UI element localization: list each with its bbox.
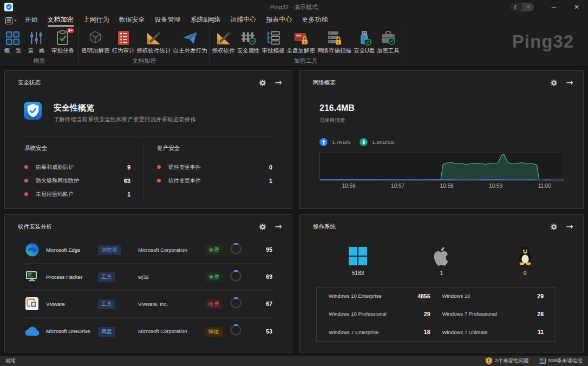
ribbon-secure-usb[interactable]: 安全U盘: [352, 29, 376, 56]
security-item[interactable]: 未启用密码帐户 1: [24, 187, 130, 201]
windows-logo-icon: [348, 246, 368, 266]
software-analysis-card: 软件安装分析 → Microsoft Edge 浏览器 Microsoft Co…: [4, 214, 292, 353]
open-arrow-icon[interactable]: →: [566, 79, 573, 87]
settings-gear-icon[interactable]: [550, 223, 558, 231]
tab-device-mgmt[interactable]: 设备管理: [150, 14, 186, 28]
open-arrow-icon[interactable]: →: [275, 223, 282, 231]
os-table-cell: Windows 10 Professional 29: [329, 305, 430, 323]
software-row[interactable]: Microsoft OneDrive 网盘 Microsoft Corporat…: [24, 318, 272, 345]
brand-watermark: Ping32: [512, 31, 574, 52]
os-windows: 5183: [316, 246, 400, 276]
light-mode-icon[interactable]: ☀: [522, 4, 534, 10]
traffic-chart: [319, 153, 564, 181]
authorized-software-icon: [215, 30, 232, 46]
security-item[interactable]: 病毒和威胁防护 9: [24, 160, 130, 174]
software-row[interactable]: VMware 工具 VMware, Inc. 收费 67: [24, 291, 272, 318]
network-storage-scan-icon: [326, 30, 343, 46]
open-arrow-icon[interactable]: →: [275, 79, 282, 87]
chart-x-axis: 10:56 10:57 10:58 10:59 11:00: [319, 183, 564, 189]
divider: [143, 143, 144, 201]
ribbon-network-storage-scan[interactable]: 网络存储扫描: [316, 29, 352, 56]
os-linux: 0: [484, 246, 567, 276]
policy-icon: [28, 30, 44, 46]
apple-logo-icon: [433, 246, 449, 266]
software-row[interactable]: Process Hacker 工具 wj32 免费 69: [24, 264, 272, 291]
divider: [24, 136, 272, 136]
category-badge: 工具: [98, 299, 115, 309]
settings-gear-icon[interactable]: [259, 79, 266, 87]
settings-gear-icon[interactable]: [259, 223, 266, 231]
message-icon: [539, 358, 546, 364]
upload-icon: [319, 138, 328, 146]
ribbon-self-outgoing[interactable]: 自主外发行为: [172, 29, 208, 56]
transparent-crypto-icon: [87, 30, 103, 46]
security-overview-title: 安全性概览: [54, 103, 196, 113]
ribbon-authorized-software[interactable]: 授权软件: [211, 29, 236, 56]
tab-ops-center[interactable]: 运维中心: [226, 14, 262, 28]
traffic-chart-svg: [320, 153, 564, 180]
security-overview-desc: 了解终端当前系统安全性和资产变更情况并采取必要操作: [54, 116, 196, 123]
card-title: 安全状态: [18, 79, 41, 87]
tab-start[interactable]: 开始: [20, 14, 43, 28]
score-ring-icon: [230, 324, 241, 336]
os-table-cell: Windows 7 Ultimate 11: [442, 323, 544, 341]
score-ring-icon: [230, 270, 241, 282]
vmware-icon: [24, 296, 40, 311]
bullet-dot-icon: [24, 192, 28, 196]
security-item[interactable]: 硬件变更事件 0: [157, 160, 272, 174]
score-ring-icon: [230, 297, 241, 309]
tab-doc-encryption[interactable]: 文档加密: [43, 14, 79, 28]
fulldisk-crypto-icon: [293, 30, 309, 46]
apple-count: 1: [440, 270, 443, 276]
card-title: 软件安装分析: [18, 223, 52, 231]
bullet-dot-icon: [157, 165, 161, 169]
ribbon-behavior-audit[interactable]: 行为审计: [111, 29, 136, 56]
category-badge: 工具: [98, 272, 115, 282]
ribbon-crypto-tools[interactable]: 加密工具: [376, 29, 401, 56]
tab-web-behavior[interactable]: 上网行为: [79, 14, 114, 28]
audit-task-icon: 9+: [55, 30, 71, 46]
price-badge: 增值: [205, 327, 223, 337]
compatibility-issues[interactable]: 2个兼容性问题: [486, 357, 528, 364]
ribbon-authorized-sw-stats[interactable]: 授权软件统计: [136, 29, 172, 56]
tab-report-center[interactable]: 报表中心: [262, 14, 297, 28]
tab-system-network[interactable]: 系统&网络: [186, 14, 226, 28]
tab-data-security[interactable]: 数据安全: [114, 14, 150, 28]
price-badge: 收费: [205, 299, 223, 309]
ribbon-approval-template[interactable]: 审批模板: [261, 29, 286, 56]
theme-toggle[interactable]: ☾ ☀: [510, 3, 534, 11]
security-item[interactable]: 软件变更事件 1: [157, 174, 272, 187]
network-summary-card: 网络概要 → 216.4MB 总使用流量 1.7KB/S 1.2KB/SS 10…: [299, 70, 584, 209]
edge-icon: [24, 242, 40, 257]
settings-gear-icon[interactable]: [550, 79, 558, 87]
statusbar: 就绪 2个兼容性问题 558条未读信息: [0, 356, 588, 366]
os-table-cell: Windows 7 Professional 28: [442, 305, 544, 323]
download-rate: 1.2KB/SS: [360, 138, 393, 146]
ribbon-group-crypto-tools: 授权软件 安全属性 审批模板 全盘加解密: [210, 27, 403, 66]
menu-caret-icon: ▾: [15, 18, 17, 23]
tab-more-features[interactable]: 更多功能: [297, 14, 333, 28]
titlebar: Ping32 - 演示模式 ☾ ☀ ─ ✕: [0, 0, 588, 14]
dashboard: 安全状态 → 安全性概览 了解终端当前系统安全性和资产变更情况并采取必要操作 系…: [0, 67, 588, 356]
window-title: Ping32 - 演示模式: [0, 3, 588, 11]
ribbon-overview[interactable]: 概 览: [1, 29, 25, 56]
ribbon-policy[interactable]: 策 略: [25, 29, 49, 56]
category-badge: 网盘: [98, 327, 115, 337]
ribbon-transparent-crypto[interactable]: 透明加解密: [80, 29, 111, 56]
secure-usb-icon: [356, 30, 373, 46]
unread-messages[interactable]: 558条未读信息: [539, 357, 583, 364]
menubar: ▾ 开始 文档加密 上网行为 数据安全 设备管理 系统&网络 运维中心 报表中心…: [0, 14, 588, 27]
dark-mode-icon[interactable]: ☾: [510, 3, 522, 11]
ribbon-security-attribute[interactable]: 安全属性: [236, 29, 261, 56]
ribbon-group-overview: 概 览 策 略 9+ 审批任务 概览: [0, 27, 79, 66]
ribbon-group-label: 加密工具: [211, 56, 401, 67]
software-row[interactable]: Microsoft Edge 浏览器 Microsoft Corporation…: [24, 237, 272, 264]
authorized-sw-stats-icon: [146, 30, 162, 46]
open-arrow-icon[interactable]: →: [566, 223, 573, 231]
ribbon-fulldisk-crypto[interactable]: 全盘加解密: [286, 29, 317, 56]
ribbon-audit-task[interactable]: 9+ 审批任务: [48, 29, 77, 56]
main-menu-button[interactable]: ▾: [5, 17, 17, 24]
security-item[interactable]: 防火墙和网络防护 63: [24, 174, 130, 187]
minimize-button[interactable]: ─: [543, 0, 565, 14]
close-button[interactable]: ✕: [565, 0, 588, 14]
